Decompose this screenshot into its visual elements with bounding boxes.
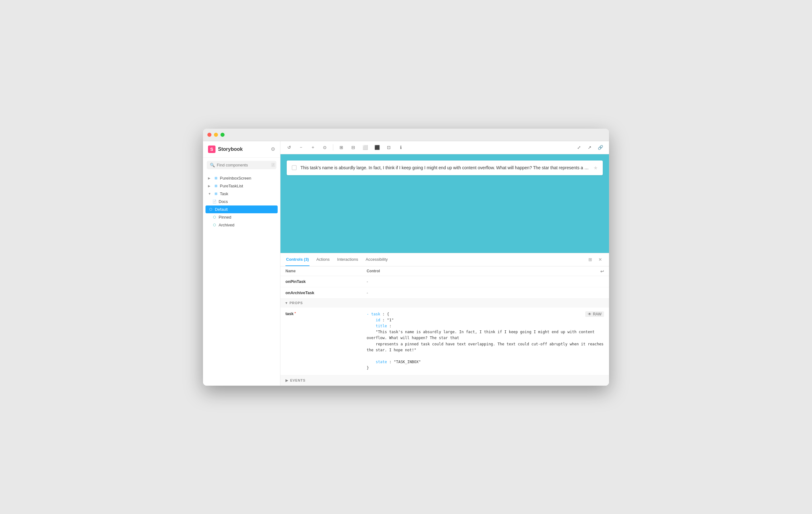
panel-area: Controls (3) Actions Interactions Access… — [281, 253, 609, 385]
sidebar-item-label: PureInboxScreen — [220, 176, 251, 180]
title-bar — [203, 128, 609, 141]
grid-view-button[interactable]: ⊞ — [337, 143, 346, 152]
json-state-key: state — [376, 360, 387, 364]
storybook-logo: S Storybook — [208, 145, 243, 153]
toolbar: ↺ － ＋ ⊙ ⊞ ⊟ ⬜ ⬛ ⊡ ℹ ⤢ ↗ 🔗 — [281, 141, 609, 154]
control-name: onArchiveTask — [286, 290, 367, 295]
search-bar[interactable]: 🔍 / — [207, 161, 277, 169]
json-colon4: : — [387, 360, 394, 364]
sidebar-item-task[interactable]: ▼ ⊞ Task — [203, 190, 280, 198]
close-button[interactable] — [207, 133, 211, 137]
preview-area: This task's name is absurdly large. In f… — [281, 154, 609, 253]
content-area: ↺ － ＋ ⊙ ⊞ ⊟ ⬜ ⬛ ⊡ ℹ ⤢ ↗ 🔗 — [281, 141, 609, 385]
app-window: S Storybook ⚙ 🔍 / ▶ ⊞ PureInboxScreen — [203, 128, 609, 385]
docs-icon: 📄 — [212, 199, 217, 204]
json-state-value: "TASK_INBOX" — [394, 360, 421, 364]
panel-tabs: Controls (3) Actions Interactions Access… — [281, 253, 609, 266]
search-icon: 🔍 — [210, 163, 215, 167]
controls-header: Name Control ↩ — [281, 266, 609, 276]
json-title-value2: represents a pinned task could have text… — [367, 342, 604, 352]
raw-button[interactable]: 👁 RAW — [585, 311, 604, 317]
json-task-key: task — [371, 312, 380, 316]
task-checkbox[interactable] — [292, 165, 297, 170]
sidebar-header: S Storybook ⚙ — [203, 141, 280, 158]
col-name-header: Name — [286, 269, 367, 273]
props-label: PROPS — [290, 301, 303, 305]
task-prop-value[interactable]: - task : { id : "1" title : "This task's… — [367, 311, 604, 371]
reload-button[interactable]: ↺ — [285, 143, 294, 152]
dark-bg-button[interactable]: ⬛ — [373, 143, 381, 152]
tab-controls[interactable]: Controls (3) — [286, 253, 310, 266]
chevron-right-icon: ▶ — [286, 378, 288, 382]
json-colon2: : — [380, 318, 387, 322]
outline-button[interactable]: ⬜ — [361, 143, 370, 152]
tab-actions[interactable]: Actions — [316, 253, 330, 266]
events-section-header[interactable]: ▶ EVENTS — [281, 375, 609, 385]
sidebar: S Storybook ⚙ 🔍 / ▶ ⊞ PureInboxScreen — [203, 141, 281, 385]
json-dash: - — [367, 312, 371, 316]
copy-link-button[interactable]: 🔗 — [596, 143, 605, 152]
viewport-button[interactable]: ⊡ — [384, 143, 393, 152]
expand-icon: ▶ — [208, 176, 212, 180]
panel-close-icon[interactable]: ✕ — [597, 256, 604, 263]
col-control-header: Control — [367, 269, 604, 273]
control-value: - — [367, 290, 604, 295]
fullscreen-button[interactable]: ⤢ — [575, 143, 583, 152]
open-new-tab-button[interactable]: ↗ — [585, 143, 594, 152]
zoom-in-button[interactable]: ＋ — [309, 143, 317, 152]
control-value: - — [367, 279, 604, 284]
json-id-value: "1" — [387, 318, 394, 322]
sidebar-item-label: Archived — [219, 223, 235, 227]
panel-layout-icon[interactable]: ⊞ — [586, 256, 594, 263]
json-indent5 — [367, 360, 376, 364]
toolbar-divider — [333, 144, 333, 150]
json-indent3 — [367, 330, 376, 334]
sidebar-item-pure-inbox-screen[interactable]: ▶ ⊞ PureInboxScreen — [203, 174, 280, 182]
nav-tree: ▶ ⊞ PureInboxScreen ▶ ⊞ PureTaskList ▼ ⊞… — [203, 172, 280, 231]
maximize-button[interactable] — [221, 133, 225, 137]
search-input[interactable] — [217, 163, 269, 167]
sidebar-item-pinned[interactable]: ⬡ Pinned — [203, 213, 280, 221]
panel-tab-right: ⊞ ✕ — [586, 256, 604, 263]
search-shortcut: / — [271, 163, 275, 167]
props-section-header: ▾ PROPS — [281, 298, 609, 308]
chevron-down-icon: ▾ — [286, 301, 288, 305]
single-view-button[interactable]: ⊟ — [349, 143, 357, 152]
task-card: This task's name is absurdly large. In f… — [287, 161, 603, 175]
minimize-button[interactable] — [214, 133, 218, 137]
json-closing: } — [367, 366, 369, 370]
events-label: EVENTS — [290, 378, 306, 382]
main-layout: S Storybook ⚙ 🔍 / ▶ ⊞ PureInboxScreen — [203, 141, 609, 385]
raw-label: RAW — [593, 312, 602, 316]
sidebar-item-label: PureTaskList — [220, 183, 243, 188]
sidebar-item-pure-task-list[interactable]: ▶ ⊞ PureTaskList — [203, 182, 280, 190]
table-row: onArchiveTask - — [281, 287, 609, 298]
story-icon: ⬡ — [212, 215, 217, 219]
reset-icon[interactable]: ↩ — [600, 269, 604, 274]
task-text: This task's name is absurdly large. In f… — [300, 165, 590, 170]
sidebar-item-label: Task — [220, 192, 228, 196]
reset-zoom-button[interactable]: ⊙ — [320, 143, 329, 152]
prop-name-label: task — [286, 311, 294, 316]
sidebar-item-docs[interactable]: 📄 Docs — [203, 198, 280, 205]
table-row: onPinTask - — [281, 276, 609, 287]
json-colon: : { — [380, 312, 389, 316]
info-button[interactable]: ℹ — [396, 143, 405, 152]
settings-icon[interactable]: ⚙ — [271, 146, 275, 152]
task-star-icon[interactable]: ★ — [593, 165, 598, 171]
toolbar-right: ⤢ ↗ 🔗 — [575, 143, 605, 152]
tab-interactions[interactable]: Interactions — [337, 253, 359, 266]
zoom-out-button[interactable]: － — [297, 143, 306, 152]
sidebar-item-default[interactable]: ⬡ Default — [205, 205, 278, 213]
expand-icon: ▼ — [208, 192, 212, 196]
control-name: onPinTask — [286, 279, 367, 284]
required-star: * — [294, 311, 296, 315]
component-icon: ⊞ — [213, 176, 218, 180]
sidebar-item-archived[interactable]: ⬡ Archived — [203, 221, 280, 229]
story-icon: ⬡ — [212, 223, 217, 227]
tab-accessibility[interactable]: Accessibility — [365, 253, 388, 266]
expand-icon: ▶ — [208, 184, 212, 188]
task-prop-row: task * - task : { id : "1" title : "This… — [281, 308, 609, 375]
traffic-lights — [207, 133, 225, 137]
json-indent4 — [367, 342, 376, 346]
